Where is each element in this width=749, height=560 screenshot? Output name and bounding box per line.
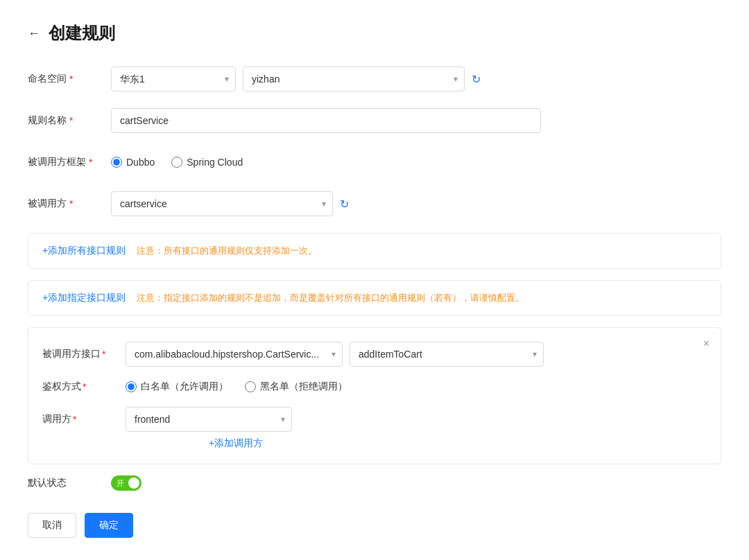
default-status-row: 默认状态 开 (28, 475, 721, 491)
callee-select-wrapper: cartservice ▾ (111, 191, 333, 216)
blacklist-radio-item[interactable]: 黑名单（拒绝调用） (245, 380, 347, 393)
framework-radio-group: Dubbo Spring Cloud (111, 157, 243, 168)
all-interface-notice: 注意：所有接口的通用规则仅支持添加一次。 (137, 245, 317, 257)
toggle-text: 开 (117, 478, 124, 489)
framework-control: Dubbo Spring Cloud (111, 157, 721, 168)
confirm-button[interactable]: 确定 (85, 513, 133, 538)
spring-cloud-label: Spring Cloud (187, 157, 243, 168)
required-star: * (73, 414, 76, 425)
default-status-toggle[interactable]: 开 (111, 475, 141, 491)
add-specified-interface-rule-link[interactable]: +添加指定接口规则 (42, 292, 126, 304)
blacklist-label: 黑名单（拒绝调用） (260, 380, 347, 393)
framework-row: 被调用方框架 * Dubbo Spring Cloud (28, 150, 721, 175)
specified-interface-rule-row: +添加指定接口规则 注意：指定接口添加的规则不是追加，而是覆盖针对所有接口的通用… (28, 281, 721, 315)
rule-name-control (111, 108, 721, 133)
required-star: * (69, 73, 73, 85)
whitelist-radio[interactable] (126, 381, 137, 392)
auth-method-label: 鉴权方式 * (42, 380, 126, 393)
specified-interface-notice: 注意：指定接口添加的规则不是追加，而是覆盖针对所有接口的通用规则（若有），请谨慎… (137, 292, 524, 304)
rule-name-input[interactable] (111, 108, 541, 133)
auth-method-row: 鉴权方式 * 白名单（允许调用） 黑名单（拒绝调用） (42, 380, 707, 393)
namespace-row: 命名空间 * 华东1 ▾ yizhan ▾ ↻ (28, 67, 721, 91)
footer-buttons: 取消 确定 (28, 513, 721, 538)
spring-cloud-radio-item[interactable]: Spring Cloud (171, 157, 243, 168)
namespace-label: 命名空间 * (28, 73, 111, 85)
rule-name-label: 规则名称 * (28, 114, 111, 127)
callee-interface-label: 被调用方接口 * (42, 348, 126, 360)
add-caller-link[interactable]: +添加调用方 (209, 437, 263, 448)
interface-select-wrapper: com.alibabacloud.hipstershop.CartServic.… (126, 342, 343, 367)
callee-label: 被调用方 * (28, 198, 111, 210)
namespace-region-select[interactable]: 华东1 (111, 67, 236, 91)
required-star: * (102, 349, 105, 360)
toggle-wrapper: 开 (111, 475, 141, 491)
required-star: * (69, 198, 73, 209)
caller-control: frontend ▾ (126, 407, 707, 432)
interface-select[interactable]: com.alibabacloud.hipstershop.CartServic.… (126, 342, 343, 367)
framework-label: 被调用方框架 * (28, 156, 111, 168)
auth-method-control: 白名单（允许调用） 黑名单（拒绝调用） (126, 380, 707, 393)
add-all-interface-rule-link[interactable]: +添加所有接口规则 (42, 245, 126, 257)
spring-cloud-radio[interactable] (171, 157, 182, 168)
callee-interface-control: com.alibabacloud.hipstershop.CartServic.… (126, 342, 707, 367)
add-caller-row: +添加调用方 (126, 437, 707, 450)
interface-detail-rule-box: × 被调用方接口 * com.alibabacloud.hipstershop.… (28, 327, 721, 464)
namespace-control: 华东1 ▾ yizhan ▾ ↻ (111, 67, 721, 91)
namespace-refresh-icon[interactable]: ↻ (472, 73, 481, 86)
create-rule-form: 命名空间 * 华东1 ▾ yizhan ▾ ↻ (28, 67, 721, 538)
toggle-thumb (128, 478, 139, 489)
namespace-name-select[interactable]: yizhan (243, 67, 465, 91)
dubbo-radio[interactable] (111, 157, 122, 168)
close-button[interactable]: × (703, 338, 709, 350)
all-interface-rule-container: +添加所有接口规则 注意：所有接口的通用规则仅支持添加一次。 (28, 233, 721, 269)
whitelist-label: 白名单（允许调用） (141, 380, 228, 393)
page-header: ← 创建规则 (28, 22, 721, 44)
caller-row: 调用方 * frontend ▾ (42, 407, 707, 432)
namespace-name-wrapper: yizhan ▾ (243, 67, 465, 91)
dubbo-label: Dubbo (126, 157, 155, 168)
caller-select[interactable]: frontend (126, 407, 292, 432)
namespace-region-wrapper: 华东1 ▾ (111, 67, 236, 91)
callee-select[interactable]: cartservice (111, 191, 333, 216)
auth-radio-group: 白名单（允许调用） 黑名单（拒绝调用） (126, 380, 347, 393)
default-status-label: 默认状态 (28, 477, 111, 489)
blacklist-radio[interactable] (245, 381, 256, 392)
rule-name-row: 规则名称 * (28, 108, 721, 133)
method-select[interactable]: addItemToCart (350, 342, 544, 367)
caller-select-wrapper: frontend ▾ (126, 407, 292, 432)
required-star: * (83, 381, 86, 392)
cancel-button[interactable]: 取消 (28, 513, 76, 538)
dubbo-radio-item[interactable]: Dubbo (111, 157, 155, 168)
whitelist-radio-item[interactable]: 白名单（允许调用） (126, 380, 228, 393)
callee-refresh-icon[interactable]: ↻ (340, 198, 349, 211)
required-star: * (89, 157, 92, 168)
specified-interface-rule-container: +添加指定接口规则 注意：指定接口添加的规则不是追加，而是覆盖针对所有接口的通用… (28, 280, 721, 316)
required-star: * (69, 115, 73, 126)
caller-label: 调用方 * (42, 413, 126, 426)
callee-row: 被调用方 * cartservice ▾ ↻ (28, 191, 721, 216)
callee-interface-row: 被调用方接口 * com.alibabacloud.hipstershop.Ca… (42, 342, 707, 367)
callee-control: cartservice ▾ ↻ (111, 191, 721, 216)
method-select-wrapper: addItemToCart ▾ (350, 342, 544, 367)
all-interface-rule-row: +添加所有接口规则 注意：所有接口的通用规则仅支持添加一次。 (28, 234, 721, 268)
back-button[interactable]: ← (28, 26, 40, 41)
page-title: 创建规则 (49, 22, 115, 44)
